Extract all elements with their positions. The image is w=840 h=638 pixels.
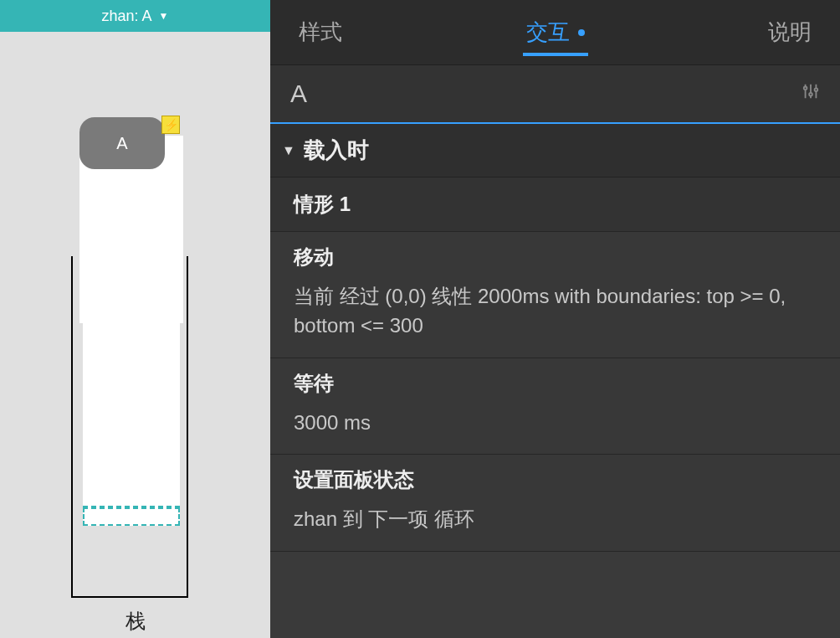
tab-notes[interactable]: 说明 [756,0,823,64]
element-name: A [290,80,307,108]
action-move[interactable]: 移动 当前 经过 (0,0) 线性 2000ms with boundaries… [270,232,840,358]
action-set-panel-detail: zhan 到 下一项 循环 [294,505,817,534]
action-set-panel-state[interactable]: 设置面板状态 zhan 到 下一项 循环 [270,455,840,552]
sliders-icon[interactable] [802,82,820,105]
inspector-panel: 样式 交互 说明 A ▼ 载入时 情形 1 [270,0,840,638]
event-onload[interactable]: ▼ 载入时 [270,124,840,178]
widget-pill-text: A [116,134,127,153]
svg-point-4 [809,93,812,96]
canvas-panel: zhan: A ▼ A ⚡ 栈 [0,0,270,638]
guide-dashed-box [83,507,180,526]
case-label: 情形 1 [294,193,351,215]
tab-interaction-label: 交互 [526,18,570,47]
svg-point-3 [804,87,807,90]
panel-state-dropdown[interactable]: zhan: A ▼ [0,0,270,32]
action-wait[interactable]: 等待 3000 ms [270,358,840,455]
tab-interaction[interactable]: 交互 [515,0,597,64]
case-row[interactable]: 情形 1 [270,178,840,232]
element-header: A [270,65,840,124]
interaction-badge-icon[interactable]: ⚡ [161,116,180,134]
panel-state-content [83,256,180,526]
action-move-detail: 当前 经过 (0,0) 线性 2000ms with boundaries: t… [294,282,817,341]
action-set-panel-title: 设置面板状态 [294,466,817,493]
active-indicator-dot-icon [578,29,585,36]
action-wait-detail: 3000 ms [294,409,817,438]
chevron-down-icon: ▼ [159,10,169,22]
panel-name-label: 栈 [0,608,270,635]
action-wait-title: 等待 [294,370,817,397]
panel-state-label: zhan: A [102,8,152,25]
event-title: 载入时 [304,136,369,165]
dynamic-panel-frame[interactable] [71,256,188,598]
canvas-body[interactable]: A ⚡ 栈 [0,32,270,638]
tab-style[interactable]: 样式 [287,0,354,64]
disclosure-triangle-icon: ▼ [282,143,295,158]
tab-style-label: 样式 [299,18,342,47]
action-move-title: 移动 [294,244,817,270]
lightning-icon: ⚡ [164,118,178,131]
tab-bar: 样式 交互 说明 [270,0,840,65]
svg-point-5 [815,88,818,91]
widget-pill[interactable]: A [79,117,165,169]
tab-notes-label: 说明 [768,18,812,47]
